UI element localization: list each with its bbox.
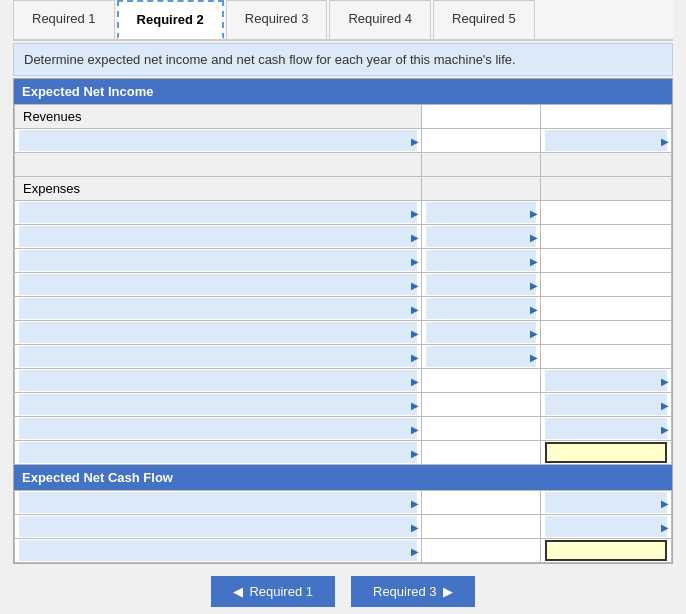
cashflow-label-2[interactable] [15,515,422,539]
cashflow-right-1[interactable] [540,491,671,515]
expense-label-5[interactable] [15,297,422,321]
cashflow-value-2[interactable] [545,516,667,537]
cashflow-row-2 [15,515,672,539]
empty-cell-3 [540,153,671,177]
subtotal-label-2[interactable] [15,393,422,417]
expense-row-3 [15,249,672,273]
expense-input-1[interactable] [19,202,417,223]
total-cashflow-input[interactable] [19,540,417,561]
total-cashflow-mid [422,539,540,563]
cashflow-label-1[interactable] [15,491,422,515]
revenues-value-input[interactable] [545,130,667,151]
expense-mid-input-7[interactable] [426,346,535,367]
expense-input-3[interactable] [19,250,417,271]
expense-mid-input-2[interactable] [426,226,535,247]
expense-mid-7[interactable] [422,345,540,369]
cashflow-input-1[interactable] [19,492,417,513]
subtotal-input-3[interactable] [19,418,417,439]
expense-right-4 [540,273,671,297]
expense-label-7[interactable] [15,345,422,369]
net-income-table: Revenues Expenses [14,104,672,465]
expense-row-4 [15,273,672,297]
main-table-wrapper: Expected Net Income Revenues [13,78,673,564]
expense-input-7[interactable] [19,346,417,367]
expense-label-3[interactable] [15,249,422,273]
expense-input-5[interactable] [19,298,417,319]
tab-required1[interactable]: Required 1 [13,0,115,39]
subtotal-input-1[interactable] [19,370,417,391]
revenues-input-label[interactable] [15,129,422,153]
expense-right-2 [540,225,671,249]
expense-right-6 [540,321,671,345]
expense-mid-input-1[interactable] [426,202,535,223]
cashflow-value-1[interactable] [545,492,667,513]
total-income-input[interactable] [19,442,417,463]
revenues-input-field[interactable] [19,130,417,151]
revenues-label: Revenues [15,105,422,129]
expense-mid-6[interactable] [422,321,540,345]
revenues-right-cell [540,105,671,129]
subtotal-right-2[interactable] [540,393,671,417]
cashflow-right-2[interactable] [540,515,671,539]
tab-required4[interactable]: Required 4 [329,0,431,39]
subtotal-mid-2 [422,393,540,417]
expense-row-6 [15,321,672,345]
empty-cell-2 [422,153,540,177]
tab-required2[interactable]: Required 2 [117,0,224,39]
expense-mid-input-6[interactable] [426,322,535,343]
next-button[interactable]: Required 3 ▶ [351,576,475,607]
expense-mid-5[interactable] [422,297,540,321]
expense-mid-input-4[interactable] [426,274,535,295]
cashflow-input-2[interactable] [19,516,417,537]
revenues-value-cell[interactable] [540,129,671,153]
expense-mid-4[interactable] [422,273,540,297]
total-income-right[interactable] [540,441,671,465]
empty-row-1 [15,153,672,177]
expense-input-4[interactable] [19,274,417,295]
expense-row-2 [15,225,672,249]
subtotal-right-3[interactable] [540,417,671,441]
total-row-cashflow [15,539,672,563]
subtotal-label-3[interactable] [15,417,422,441]
expense-input-2[interactable] [19,226,417,247]
total-income-mid [422,441,540,465]
expense-label-1[interactable] [15,201,422,225]
subtotal-right-1[interactable] [540,369,671,393]
prev-label: Required 1 [249,584,313,599]
revenues-row: Revenues [15,105,672,129]
tab-required3[interactable]: Required 3 [226,0,328,39]
total-income-label[interactable] [15,441,422,465]
total-row-income [15,441,672,465]
prev-button[interactable]: ◀ Required 1 [211,576,335,607]
expenses-label: Expenses [15,177,422,201]
subtotal-row-1 [15,369,672,393]
expense-mid-3[interactable] [422,249,540,273]
expense-mid-2[interactable] [422,225,540,249]
subtotal-right-input-3[interactable] [545,418,667,439]
empty-cell-1 [15,153,422,177]
total-income-value[interactable] [545,442,667,463]
expense-row-1 [15,201,672,225]
revenues-mid-empty [422,129,540,153]
expense-row-7 [15,345,672,369]
section1-header: Expected Net Income [14,79,672,104]
expense-label-2[interactable] [15,225,422,249]
subtotal-input-2[interactable] [19,394,417,415]
expense-input-6[interactable] [19,322,417,343]
tab-required5[interactable]: Required 5 [433,0,535,39]
expense-label-6[interactable] [15,321,422,345]
prev-icon: ◀ [233,584,243,599]
subtotal-right-input-1[interactable] [545,370,667,391]
expense-mid-1[interactable] [422,201,540,225]
total-cashflow-label[interactable] [15,539,422,563]
total-cashflow-value[interactable] [545,540,667,561]
expense-mid-input-5[interactable] [426,298,535,319]
subtotal-label-1[interactable] [15,369,422,393]
expense-row-5 [15,297,672,321]
cashflow-mid-1 [422,491,540,515]
cash-flow-table [14,490,672,563]
total-cashflow-right[interactable] [540,539,671,563]
expense-label-4[interactable] [15,273,422,297]
expense-mid-input-3[interactable] [426,250,535,271]
subtotal-right-input-2[interactable] [545,394,667,415]
